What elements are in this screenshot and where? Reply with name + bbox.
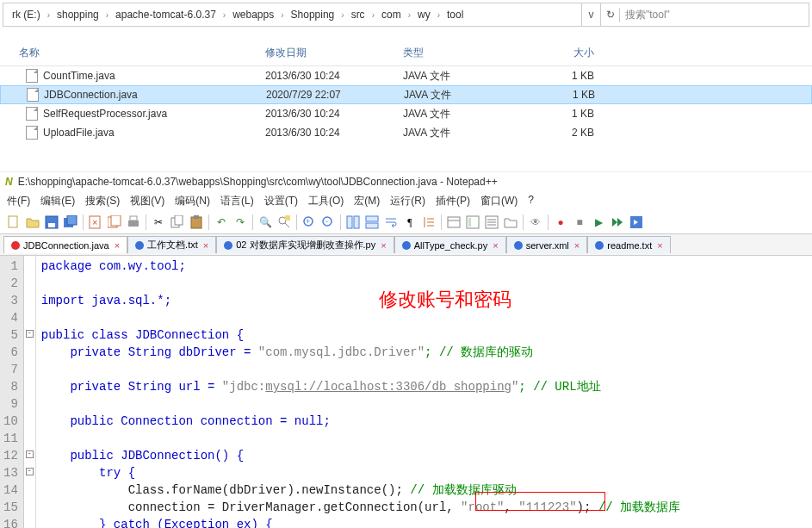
- menu-view[interactable]: 视图(V): [130, 194, 164, 208]
- code-editor[interactable]: 123456789 101112131415161718 - - - packa…: [0, 256, 812, 528]
- new-file-icon[interactable]: [5, 214, 22, 231]
- crumb-4[interactable]: Shopping: [288, 9, 338, 21]
- wrap-icon[interactable]: [382, 214, 400, 231]
- print-icon[interactable]: [125, 214, 142, 231]
- file-row[interactable]: UploadFile.java 2013/6/30 10:24 JAVA 文件 …: [0, 123, 812, 142]
- file-size: 1 KB: [535, 89, 621, 101]
- sync-h-icon[interactable]: [363, 214, 381, 231]
- crumb-2[interactable]: apache-tomcat-6.0.37: [112, 9, 220, 21]
- save-all-icon[interactable]: [62, 214, 79, 231]
- sync-v-icon[interactable]: [344, 214, 362, 231]
- crumb-5[interactable]: src: [348, 9, 369, 21]
- find-icon[interactable]: 🔍: [257, 214, 274, 231]
- crumb-3[interactable]: webapps: [229, 9, 277, 21]
- svg-rect-2: [48, 223, 55, 227]
- show-all-chars-icon[interactable]: ¶: [401, 214, 418, 231]
- file-row[interactable]: SelfRequestProcessor.java 2013/6/30 10:2…: [0, 104, 812, 123]
- open-file-icon[interactable]: [24, 214, 41, 231]
- close-tab-icon[interactable]: ×: [203, 240, 208, 251]
- paste-icon[interactable]: [188, 214, 205, 231]
- svg-rect-12: [175, 215, 183, 225]
- header-type[interactable]: 类型: [396, 46, 534, 60]
- stop-macro-icon[interactable]: ■: [571, 214, 588, 231]
- code-text: } catch (Exception ex) {: [41, 518, 273, 528]
- fold-toggle-icon[interactable]: -: [26, 468, 34, 475]
- tab-label: readme.txt: [607, 240, 652, 251]
- replace-icon[interactable]: [276, 214, 293, 231]
- menu-window[interactable]: 窗口(W): [480, 194, 518, 208]
- save-icon[interactable]: [43, 214, 60, 231]
- close-tab-icon[interactable]: ×: [493, 240, 498, 251]
- folder-panel-icon[interactable]: [502, 214, 519, 231]
- header-size[interactable]: 大小: [534, 46, 620, 60]
- svg-text:×: ×: [92, 217, 97, 227]
- menu-encoding[interactable]: 编码(N): [175, 194, 210, 208]
- svg-rect-8: [111, 215, 121, 226]
- file-row[interactable]: CountTime.java 2013/6/30 10:24 JAVA 文件 1…: [0, 66, 812, 85]
- func-list-icon[interactable]: [483, 214, 500, 231]
- cut-icon[interactable]: ✂: [150, 214, 167, 231]
- crumb-0[interactable]: rk (E:): [9, 9, 44, 21]
- indent-guide-icon[interactable]: [420, 214, 437, 231]
- editor-tab[interactable]: 02 对数据库实现增删改查操作.py×: [216, 236, 394, 253]
- menu-edit[interactable]: 编辑(E): [40, 194, 75, 208]
- close-all-icon[interactable]: [106, 214, 123, 231]
- code-text: "com.mysql.jdbc.Driver": [258, 345, 425, 359]
- file-icon: [26, 69, 38, 83]
- play-macro-icon[interactable]: ▶: [590, 214, 607, 231]
- file-row[interactable]: JDBConnection.java 2020/7/29 22:07 JAVA …: [0, 85, 812, 104]
- editor-tab[interactable]: JDBConnection.java×: [3, 236, 127, 253]
- undo-icon[interactable]: ↶: [213, 214, 230, 231]
- copy-icon[interactable]: [169, 214, 186, 231]
- crumb-6[interactable]: com: [378, 9, 405, 21]
- crumb-1[interactable]: shopping: [53, 9, 102, 21]
- menu-help[interactable]: ?: [528, 194, 534, 208]
- editor-tab[interactable]: server.xml×: [506, 236, 588, 253]
- editor-tab[interactable]: AllType_check.py×: [394, 236, 506, 253]
- play-multi-icon[interactable]: [609, 214, 626, 231]
- close-tab-icon[interactable]: ×: [381, 240, 386, 251]
- code-text: );: [577, 500, 598, 514]
- app-icon: N: [5, 176, 13, 188]
- menu-run[interactable]: 运行(R): [390, 194, 425, 208]
- monitor-icon[interactable]: 👁: [527, 214, 544, 231]
- close-tab-icon[interactable]: ×: [574, 240, 580, 251]
- close-tab-icon[interactable]: ×: [657, 240, 662, 251]
- editor-tab[interactable]: 工作文档.txt×: [127, 236, 216, 253]
- doc-map-icon[interactable]: [464, 214, 481, 231]
- menu-plugins[interactable]: 插件(P): [436, 194, 470, 208]
- breadcrumb[interactable]: rk (E:)› shopping› apache-tomcat-6.0.37›…: [3, 9, 581, 21]
- menu-search[interactable]: 搜索(S): [85, 194, 120, 208]
- zoom-out-icon[interactable]: -: [319, 214, 337, 231]
- zoom-in-icon[interactable]: +: [301, 214, 318, 231]
- header-name[interactable]: 名称: [0, 46, 258, 60]
- saved-icon: [595, 241, 604, 250]
- tab-label: AllType_check.py: [414, 240, 488, 251]
- record-macro-icon[interactable]: ●: [552, 214, 569, 231]
- fold-toggle-icon[interactable]: -: [26, 330, 34, 338]
- close-tab-icon[interactable]: ×: [115, 240, 120, 251]
- tab-label: 工作文档.txt: [147, 239, 198, 252]
- redo-icon[interactable]: ↷: [232, 214, 249, 231]
- svg-text:+: +: [306, 217, 310, 226]
- save-macro-icon[interactable]: [628, 214, 645, 231]
- file-icon: [26, 107, 38, 121]
- crumb-7[interactable]: wy: [414, 9, 434, 21]
- language-icon[interactable]: [445, 214, 462, 231]
- explorer-search-input[interactable]: 搜索"tool": [619, 8, 809, 22]
- menu-settings[interactable]: 设置(T): [264, 194, 298, 208]
- file-date: 2020/7/29 22:07: [259, 89, 397, 101]
- crumb-8[interactable]: tool: [443, 9, 467, 21]
- explorer-address-bar: rk (E:)› shopping› apache-tomcat-6.0.37›…: [3, 3, 809, 27]
- header-date[interactable]: 修改日期: [258, 46, 396, 60]
- menu-tools[interactable]: 工具(O): [308, 194, 344, 208]
- refresh-button[interactable]: ↻: [600, 3, 619, 26]
- close-file-icon[interactable]: ×: [87, 214, 104, 231]
- history-dropdown-button[interactable]: v: [581, 3, 600, 26]
- menu-language[interactable]: 语言(L): [220, 194, 254, 208]
- fold-toggle-icon[interactable]: -: [26, 450, 34, 458]
- editor-tab[interactable]: readme.txt×: [587, 236, 670, 253]
- menu-file[interactable]: 件(F): [7, 194, 30, 208]
- menu-macro[interactable]: 宏(M): [354, 194, 380, 208]
- svg-text:-: -: [325, 217, 328, 226]
